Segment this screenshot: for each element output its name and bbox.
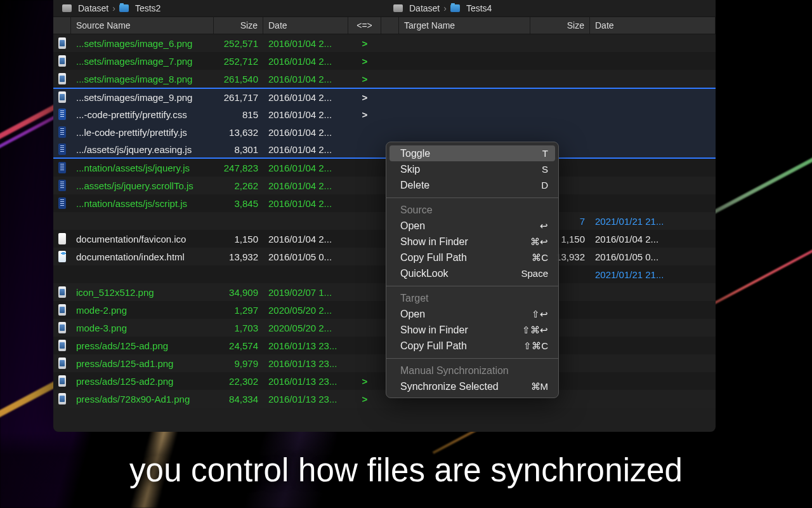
menu-synchronize-selected[interactable]: Synchronize Selected⌘M: [386, 378, 558, 394]
file-icon: [53, 197, 71, 209]
col-source-date[interactable]: Date: [263, 17, 348, 34]
direction-indicator[interactable]: >: [348, 92, 381, 103]
menu-source-finder[interactable]: Show in Finder⌘↩: [386, 234, 558, 250]
col-target-name[interactable]: Target Name: [399, 17, 530, 34]
col-target-date[interactable]: Date: [590, 17, 716, 34]
source-date: 2019/02/07 1...: [263, 287, 348, 298]
source-date: 2016/01/04 2...: [263, 198, 348, 209]
source-date: 2016/01/13 23...: [263, 394, 348, 404]
source-date: 2016/01/04 2...: [263, 144, 348, 155]
menu-source-header: Source: [386, 203, 558, 218]
source-size: 247,823: [214, 163, 263, 173]
menu-separator: [386, 286, 558, 286]
direction-indicator[interactable]: >: [348, 394, 381, 404]
table-row[interactable]: press/ads/125-ad1.png9,9792016/01/13 23.…: [53, 354, 716, 372]
menu-separator: [386, 197, 558, 198]
target-date: 2021/01/21 21...: [590, 216, 716, 227]
file-icon: [53, 180, 71, 191]
table-row[interactable]: ...ntation/assets/js/script.js3,8452016/…: [53, 194, 716, 212]
table-row[interactable]: ...sets/images/image_8.png261,5402016/01…: [53, 70, 716, 88]
table-row[interactable]: ...-code-prettify/prettify.css8152016/01…: [53, 105, 716, 123]
direction-indicator[interactable]: >: [348, 109, 381, 120]
source-name: press/ads/728x90-Ad1.png: [71, 394, 214, 404]
table-row[interactable]: 72021/01/21 21...: [53, 212, 716, 230]
target-date: 2021/01/21 21...: [590, 269, 716, 280]
menu-source-quicklook[interactable]: QuickLookSpace: [386, 265, 558, 281]
source-date: 2016/01/05 0...: [263, 251, 348, 262]
table-row[interactable]: icon_512x512.png34,9092019/02/07 1...: [53, 283, 716, 301]
table-row[interactable]: press/ads/125-ad2.png22,3022016/01/13 23…: [53, 372, 716, 390]
col-source-name[interactable]: Source Name: [71, 17, 214, 34]
menu-toggle[interactable]: ToggleT: [390, 145, 555, 161]
menu-source-copy-path[interactable]: Copy Full Path⌘C: [386, 250, 558, 265]
table-row[interactable]: mode-2.png1,2972020/05/20 2...: [53, 301, 716, 319]
source-date: 2016/01/04 2...: [263, 38, 348, 49]
source-size: 3,845: [214, 198, 263, 209]
direction-indicator[interactable]: >: [348, 56, 381, 67]
source-date: 2016/01/04 2...: [263, 74, 348, 84]
source-size: 24,574: [214, 340, 263, 351]
direction-indicator[interactable]: >: [348, 74, 381, 84]
source-name: ...assets/js/jquery.scrollTo.js: [71, 180, 214, 191]
file-icon: [53, 126, 71, 138]
col-target-icon[interactable]: [381, 17, 399, 34]
sync-window: Dataset › Tests2 Dataset › Tests4 Source…: [53, 0, 716, 432]
menu-separator: [386, 358, 558, 359]
file-icon: [53, 304, 71, 316]
file-icon: [53, 340, 71, 351]
column-headers: Source Name Size Date <=> Target Name Si…: [53, 17, 716, 34]
breadcrumb-drive: Dataset: [78, 3, 108, 13]
marketing-caption: you control how files are synchronized: [0, 432, 812, 508]
menu-manual-header: Manual Synchronization: [386, 363, 558, 378]
source-date: 2020/05/20 2...: [263, 323, 348, 333]
source-date: 2016/01/13 23...: [263, 340, 348, 351]
menu-source-open[interactable]: Open↩: [386, 218, 558, 234]
table-row[interactable]: ...sets/images/image_7.png252,7122016/01…: [53, 52, 716, 70]
file-icon: [53, 37, 71, 49]
source-name: .../assets/js/jquery.easing.js: [71, 144, 214, 155]
table-row[interactable]: documentation/index.html13,9322016/01/05…: [53, 248, 716, 265]
source-name: mode-2.png: [71, 305, 214, 316]
source-date: 2020/05/20 2...: [263, 305, 348, 316]
source-date: 2016/01/04 2...: [263, 56, 348, 67]
source-name: icon_512x512.png: [71, 287, 214, 298]
menu-target-finder[interactable]: Show in Finder⇧⌘↩: [386, 322, 558, 338]
direction-indicator[interactable]: >: [348, 376, 381, 387]
source-date: 2016/01/04 2...: [263, 163, 348, 173]
col-target-size[interactable]: Size: [530, 17, 590, 34]
target-date: 2016/01/04 2...: [590, 234, 716, 244]
col-direction[interactable]: <=>: [348, 17, 381, 34]
table-row[interactable]: ...sets/images/image_6.png252,5712016/01…: [53, 34, 716, 52]
breadcrumb-right[interactable]: Dataset › Tests4: [384, 0, 716, 17]
menu-target-header: Target: [386, 291, 558, 306]
table-row[interactable]: 2021/01/21 21...: [53, 265, 716, 283]
direction-indicator[interactable]: >: [348, 38, 381, 49]
table-row[interactable]: ...le-code-prettify/prettify.js13,632201…: [53, 123, 716, 141]
table-row[interactable]: ...sets/images/image_9.png261,7172016/01…: [53, 88, 716, 105]
col-source-icon[interactable]: [53, 17, 71, 34]
table-row[interactable]: documentation/favicon.ico1,1502016/01/04…: [53, 230, 716, 248]
drive-icon: [393, 4, 403, 12]
source-size: 34,909: [214, 287, 263, 298]
source-date: 2016/01/04 2...: [263, 127, 348, 138]
col-source-size[interactable]: Size: [214, 17, 263, 34]
source-date: 2016/01/13 23...: [263, 376, 348, 387]
menu-skip[interactable]: SkipS: [386, 161, 558, 177]
table-row[interactable]: press/ads/125-ad.png24,5742016/01/13 23.…: [53, 337, 716, 354]
table-row[interactable]: .../assets/js/jquery.easing.js8,3012016/…: [53, 141, 716, 159]
table-row[interactable]: press/ads/728x90-Ad1.png84,3342016/01/13…: [53, 390, 716, 408]
file-icon: [53, 55, 71, 67]
menu-target-copy-path[interactable]: Copy Full Path⇧⌘C: [386, 338, 558, 354]
breadcrumb-folder: Tests4: [466, 3, 492, 13]
breadcrumb-folder: Tests2: [135, 3, 160, 13]
file-icon: [53, 375, 71, 387]
breadcrumb-left[interactable]: Dataset › Tests2: [53, 0, 384, 17]
source-name: ...ntation/assets/js/script.js: [71, 198, 214, 209]
menu-delete[interactable]: DeleteD: [386, 177, 558, 193]
source-name: documentation/index.html: [71, 251, 214, 262]
table-row[interactable]: ...assets/js/jquery.scrollTo.js2,2622016…: [53, 177, 716, 194]
source-size: 2,262: [214, 180, 263, 191]
table-row[interactable]: ...ntation/assets/js/jquery.js247,823201…: [53, 159, 716, 177]
table-row[interactable]: mode-3.png1,7032020/05/20 2...: [53, 319, 716, 337]
menu-target-open[interactable]: Open⇧↩: [386, 306, 558, 322]
